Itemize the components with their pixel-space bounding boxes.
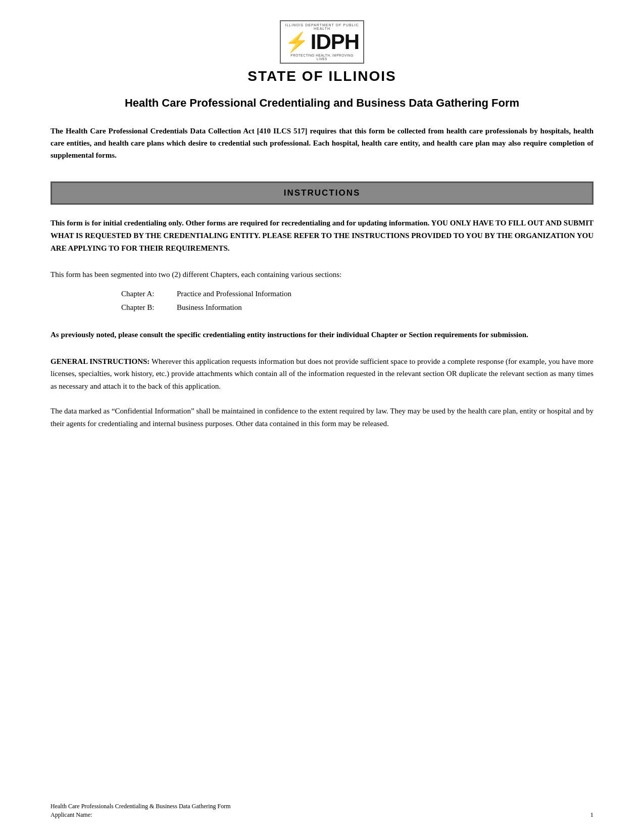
footer-line1: Health Care Professionals Credentialing … — [51, 803, 231, 810]
logo-container: ILLINOIS DEPARTMENT OF PUBLIC HEALTH ⚡ I… — [51, 20, 593, 63]
footer-line2: Applicant Name: — [51, 811, 231, 819]
chapters-intro: This form has been segmented into two (2… — [51, 268, 593, 282]
page-footer: Health Care Professionals Credentialing … — [51, 803, 593, 819]
chapter-a-desc: Practice and Professional Information — [177, 288, 291, 301]
logo-bottom-text: PROTECTING HEALTH, IMPROVING LIVES — [285, 54, 359, 61]
chapter-b-desc: Business Information — [177, 301, 242, 314]
intro-paragraph: The Health Care Professional Credentials… — [51, 125, 593, 161]
lightning-icon: ⚡ — [285, 32, 309, 52]
consult-paragraph: As previously noted, please consult the … — [51, 329, 593, 341]
chapters-table: Chapter A: Practice and Professional Inf… — [121, 288, 593, 314]
chapter-b-label: Chapter B: — [121, 301, 167, 314]
idph-logo: ILLINOIS DEPARTMENT OF PUBLIC HEALTH ⚡ I… — [282, 20, 363, 63]
state-title: STATE OF ILLINOIS — [51, 68, 593, 84]
idph-letters: IDPH — [311, 31, 359, 53]
general-instructions-paragraph: GENERAL INSTRUCTIONS: Wherever this appl… — [51, 355, 593, 393]
logo-main-row: ⚡ IDPH — [285, 31, 359, 53]
chapter-a-label: Chapter A: — [121, 288, 167, 301]
form-title: Health Care Professional Credentialing a… — [51, 97, 593, 110]
chapter-b-row: Chapter B: Business Information — [121, 301, 593, 314]
chapter-a-row: Chapter A: Practice and Professional Inf… — [121, 288, 593, 301]
instructions-banner: INSTRUCTIONS — [51, 181, 593, 205]
instructions-block: This form is for initial credentialing o… — [51, 217, 593, 254]
instructions-banner-text: INSTRUCTIONS — [284, 188, 361, 198]
confidential-paragraph: The data marked as “Confidential Informa… — [51, 405, 593, 430]
page-header: ILLINOIS DEPARTMENT OF PUBLIC HEALTH ⚡ I… — [51, 20, 593, 84]
footer-left: Health Care Professionals Credentialing … — [51, 803, 231, 819]
footer-page-number: 1 — [590, 811, 594, 819]
general-instructions-title: GENERAL INSTRUCTIONS: — [51, 357, 150, 365]
chapters-section: This form has been segmented into two (2… — [51, 268, 593, 314]
logo-top-text: ILLINOIS DEPARTMENT OF PUBLIC HEALTH — [285, 23, 359, 30]
